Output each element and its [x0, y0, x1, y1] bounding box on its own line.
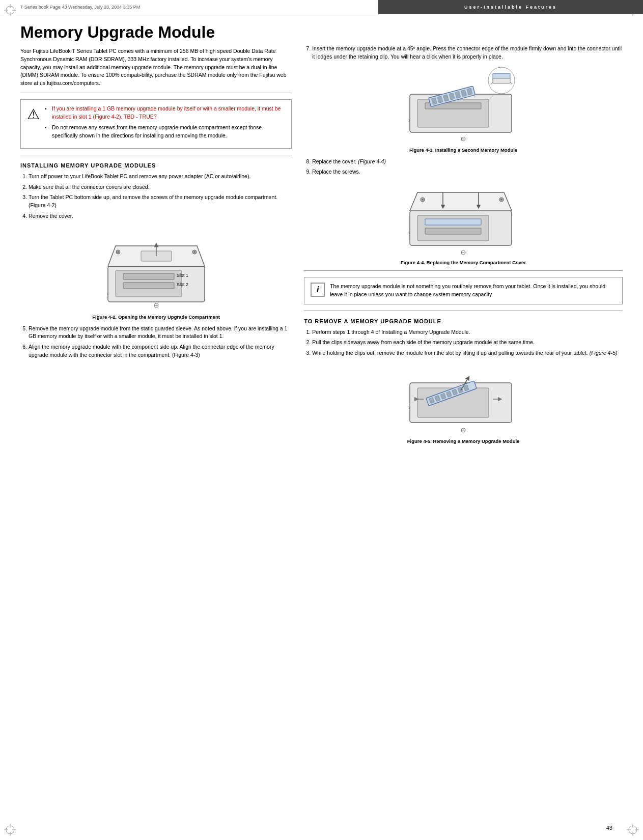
svg-rect-51 — [493, 78, 510, 83]
warning-bullet-1: If you are installing a 1 GB memory upgr… — [52, 105, 281, 120]
figure-4-2-caption: Figure 4-2. Opening the Memory Upgrade C… — [20, 314, 292, 320]
step-8-text: Replace the cover. (Figure 4-4) — [312, 158, 386, 164]
remove-steps-list: Perform steps 1 through 4 of Installing … — [304, 328, 623, 357]
remove-step-1: Perform steps 1 through 4 of Installing … — [312, 328, 623, 337]
crosshair-bottom-left — [4, 824, 16, 836]
figure-4-3-illustration: › — [402, 66, 524, 145]
figure-4-5-caption: Figure 4-5. Removing a Memory Upgrade Mo… — [304, 438, 623, 444]
step-7: Insert the memory upgrade module at a 45… — [312, 45, 623, 61]
divider-1 — [20, 93, 292, 93]
left-column: Memory Upgrade Module Your Fujitsu LifeB… — [20, 19, 292, 820]
right-header-bar: User-Installable Features — [378, 0, 643, 14]
right-steps-list: Insert the memory upgrade module at a 45… — [304, 45, 623, 61]
step-8: Replace the cover. (Figure 4-4) — [312, 158, 623, 166]
svg-text:›: › — [408, 118, 410, 123]
remove-step-3-text: While holding the clips out, remove the … — [312, 350, 617, 356]
step-1: Turn off power to your LifeBook Tablet P… — [29, 173, 292, 181]
divider-3 — [304, 270, 623, 271]
figure-4-2-illustration: Slot 1 Slot 2 › — [98, 226, 215, 312]
page-number-container: 43 — [606, 825, 612, 831]
crosshair-bottom-right — [627, 824, 639, 836]
svg-text:›: › — [408, 405, 410, 410]
svg-text:Slot 2: Slot 2 — [177, 282, 188, 287]
page-title: Memory Upgrade Module — [20, 23, 292, 41]
installing-steps-list: Turn off power to your LifeBook Tablet P… — [20, 173, 292, 220]
divider-4 — [304, 311, 623, 311]
remove-step-3: While holding the clips out, remove the … — [312, 349, 623, 357]
step-9: Replace the screws. — [312, 168, 623, 176]
step-6: Align the memory upgrade module with the… — [29, 343, 292, 359]
svg-text:›: › — [107, 291, 108, 297]
divider-2 — [20, 155, 292, 155]
figure-4-2-container: Slot 1 Slot 2 › Figure 4-2. Opening the … — [20, 226, 292, 320]
step-3: Turn the Tablet PC bottom side up, and r… — [29, 193, 292, 210]
svg-rect-61 — [425, 228, 481, 234]
step-4: Remove the cover. — [29, 212, 292, 220]
installing-heading: INSTALLING MEMORY UPGRADE MODULES — [20, 162, 292, 169]
step-2: Make sure that all the connector covers … — [29, 183, 292, 191]
figure-4-5-illustration: › — [402, 362, 524, 436]
note-icon: i — [311, 283, 325, 297]
svg-rect-23 — [123, 283, 174, 289]
header-left-text: T Series.book Page 43 Wednesday, July 28… — [0, 5, 140, 10]
page-container: T Series.book Page 43 Wednesday, July 28… — [0, 0, 643, 840]
remove-step-2: Pull the clips sideways away from each s… — [312, 339, 623, 347]
figure-4-4-container: › Figure 4-4. Replacing the Memory Compa… — [304, 181, 623, 265]
warning-content: If you are installing a 1 GB memory upgr… — [45, 105, 285, 143]
installing-steps-list-2: Remove the memory upgrade module from th… — [20, 325, 292, 359]
note-box: i The memory upgrade module is not somet… — [304, 277, 623, 304]
step-5: Remove the memory upgrade module from th… — [29, 325, 292, 341]
svg-rect-22 — [123, 273, 174, 279]
svg-marker-62 — [410, 192, 512, 211]
svg-rect-60 — [425, 219, 481, 225]
svg-text:›: › — [408, 230, 410, 236]
figure-4-3-container: › Figure 4-3. Installing a Second Memory… — [304, 66, 623, 153]
right-header-text: User-Installable Features — [464, 5, 557, 10]
figure-4-3-caption: Figure 4-3. Installing a Second Memory M… — [304, 147, 623, 153]
figure-4-5-container: › Figure 4-5. Removing a Memory Upgrad — [304, 362, 623, 444]
main-content: Memory Upgrade Module Your Fujitsu LifeB… — [20, 19, 623, 820]
warning-bullet-2: Do not remove any screws from the memory… — [52, 124, 262, 138]
page-number: 43 — [606, 825, 612, 831]
figure-4-4-caption: Figure 4-4. Replacing the Memory Compart… — [304, 260, 623, 265]
svg-text:Slot 1: Slot 1 — [177, 273, 188, 278]
remove-heading: TO REMOVE A MEMORY UPGRADE MODULE — [304, 318, 623, 324]
figure-4-4-illustration: › — [402, 181, 524, 258]
warning-box: ⚠ If you are installing a 1 GB memory up… — [20, 99, 292, 149]
right-column: Insert the memory upgrade module at a 45… — [304, 19, 623, 820]
intro-paragraph: Your Fujitsu LifeBook T Series Tablet PC… — [20, 47, 292, 88]
note-text: The memory upgrade module is not somethi… — [330, 283, 616, 299]
warning-icon: ⚠ — [27, 106, 40, 123]
right-steps-8-9: Replace the cover. (Figure 4-4) Replace … — [304, 158, 623, 177]
